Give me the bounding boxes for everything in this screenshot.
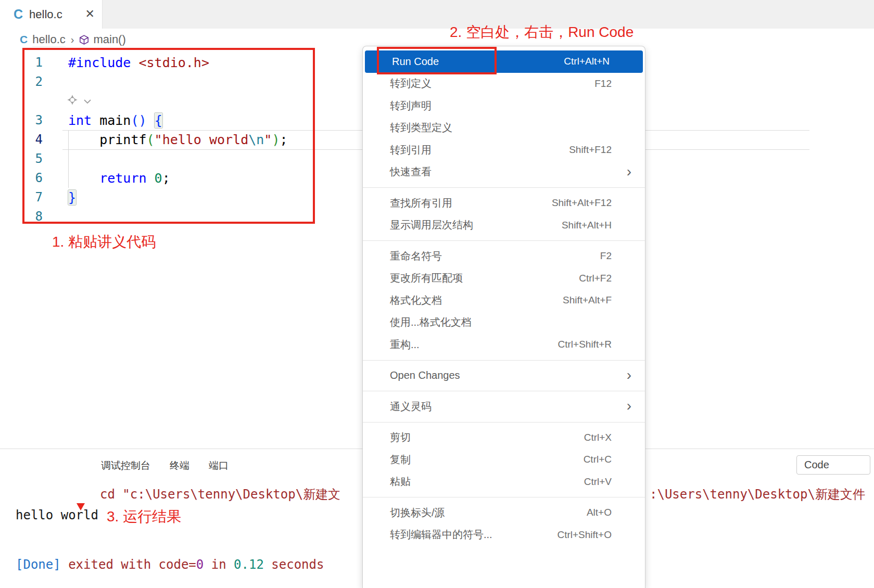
menu-item-shortcut: Ctrl+V — [584, 476, 632, 488]
output-channel-label: Code — [804, 459, 829, 471]
chevron-right-icon: › — [627, 163, 631, 180]
menu-item-label: 显示调用层次结构 — [390, 218, 473, 232]
menu-item[interactable]: 复制Ctrl+C — [363, 449, 645, 471]
line-number: 4 — [0, 130, 43, 149]
menu-item-shortcut: Shift+Alt+H — [562, 220, 632, 231]
menu-item-label: 切换标头/源 — [390, 506, 445, 520]
breadcrumb-file[interactable]: hello.c — [32, 33, 66, 47]
menu-item[interactable]: 显示调用层次结构Shift+Alt+H — [363, 214, 645, 237]
menu-item-shortcut: Ctrl+Shift+R — [558, 339, 632, 350]
line-number: 3 — [0, 111, 43, 130]
menu-item-label: 更改所有匹配项 — [390, 271, 463, 285]
line-number: 5 — [0, 149, 43, 169]
menu-item-label: 快速查看 — [390, 165, 432, 179]
panel-tab[interactable]: 调试控制台 — [101, 459, 150, 472]
editor-context-menu: Run CodeCtrl+Alt+N转到定义F12转到声明转到类型定义转到引用S… — [362, 46, 645, 588]
breadcrumb: C hello.c › main() — [20, 31, 126, 48]
c-file-icon: C — [14, 7, 23, 22]
menu-item-label: Open Changes — [390, 369, 460, 381]
menu-item[interactable]: 快速查看› — [363, 161, 645, 184]
chevron-right-icon: › — [627, 366, 631, 383]
menu-item-shortcut: Ctrl+X — [584, 432, 632, 443]
menu-item[interactable]: 转到类型定义 — [363, 117, 645, 139]
output-channel-selector[interactable]: Code — [796, 455, 870, 475]
menu-item-shortcut: F2 — [600, 250, 632, 262]
menu-item-shortcut: Shift+F12 — [569, 144, 632, 156]
menu-item-shortcut: Shift+Alt+F12 — [552, 197, 632, 209]
breadcrumb-symbol[interactable]: main() — [93, 33, 125, 46]
line-number: 7 — [0, 188, 43, 207]
menu-item[interactable]: 剪切Ctrl+X — [363, 427, 645, 449]
menu-item[interactable]: 查找所有引用Shift+Alt+F12 — [363, 192, 645, 214]
menu-item[interactable]: 切换标头/源Alt+O — [363, 502, 645, 524]
tab-bar: C hello.c ✕ — [0, 0, 874, 29]
menu-item-shortcut: Ctrl+F2 — [579, 273, 632, 284]
menu-item-label: 格式化文档 — [390, 293, 442, 308]
menu-item-label: Run Code — [392, 56, 439, 68]
menu-item-label: 转到编辑器中的符号... — [390, 528, 492, 542]
close-icon[interactable]: ✕ — [85, 7, 95, 21]
menu-item[interactable]: 更改所有匹配项Ctrl+F2 — [363, 267, 645, 290]
menu-item-shortcut: Ctrl+Alt+N — [564, 56, 630, 67]
menu-item-label: 转到引用 — [390, 143, 432, 157]
menu-item-label: 剪切 — [390, 430, 411, 444]
menu-item[interactable]: 重构...Ctrl+Shift+R — [363, 334, 645, 356]
menu-item-shortcut: Ctrl+Shift+O — [557, 529, 632, 541]
menu-item-shortcut: Alt+O — [587, 507, 632, 518]
menu-item[interactable]: 通义灵码› — [363, 395, 645, 418]
panel-tab[interactable]: 端口 — [209, 459, 229, 472]
terminal-command-right: :\Users\tenny\Desktop\新建文件 — [650, 486, 865, 503]
terminal-stdout: hello world — [16, 508, 98, 522]
menu-item[interactable]: 粘贴Ctrl+V — [363, 471, 645, 493]
terminal-command-left: cd "c:\Users\tenny\Desktop\新建文 — [100, 486, 340, 503]
line-number: 1 — [0, 53, 43, 72]
menu-item[interactable]: 转到编辑器中的符号...Ctrl+Shift+O — [363, 524, 645, 546]
menu-item-label: 转到声明 — [390, 99, 432, 113]
sparkle-icon[interactable] — [67, 94, 78, 109]
triangle-down-icon — [77, 503, 85, 510]
menu-item-shortcut: Ctrl+C — [584, 454, 632, 465]
menu-item-label: 使用...格式化文档 — [390, 315, 472, 329]
menu-item[interactable]: 转到声明 — [363, 95, 645, 117]
tab-title: hello.c — [29, 8, 62, 21]
symbol-method-cube-icon — [79, 35, 89, 45]
c-file-icon: C — [20, 33, 28, 46]
breadcrumb-separator-icon: › — [71, 34, 74, 46]
chevron-right-icon: › — [627, 398, 631, 414]
menu-item-label: 重构... — [390, 338, 420, 352]
menu-item[interactable]: Run CodeCtrl+Alt+N — [365, 50, 643, 73]
menu-item-label: 转到定义 — [390, 76, 432, 91]
annotation-step2: 2. 空白处，右击，Run Code — [450, 22, 634, 42]
annotation-step1: 1. 粘贴讲义代码 — [52, 232, 156, 252]
annotation-step3: 3. 运行结果 — [107, 507, 181, 527]
line-number: 6 — [0, 169, 43, 188]
menu-item[interactable]: 转到定义F12 — [363, 73, 645, 95]
line-number — [0, 92, 43, 111]
menu-item-label: 复制 — [390, 453, 411, 467]
panel-tabs: 调试控制台终端端口 — [101, 459, 229, 472]
menu-item[interactable]: 转到引用Shift+F12 — [363, 139, 645, 161]
menu-item[interactable]: Open Changes› — [363, 365, 645, 387]
menu-item[interactable]: 重命名符号F2 — [363, 245, 645, 267]
menu-item-label: 通义灵码 — [390, 400, 432, 414]
menu-item-shortcut: Shift+Alt+F — [563, 295, 632, 306]
line-number: 2 — [0, 72, 43, 92]
tab-hello-c[interactable]: C hello.c ✕ — [0, 0, 103, 29]
menu-item-label: 重命名符号 — [390, 249, 442, 263]
line-number: 8 — [0, 207, 43, 226]
chevron-down-icon[interactable] — [83, 94, 92, 109]
menu-item-shortcut: F12 — [594, 78, 632, 90]
panel-tab[interactable]: 终端 — [170, 459, 189, 472]
menu-item-label: 转到类型定义 — [390, 121, 452, 135]
menu-item-label: 查找所有引用 — [390, 196, 452, 210]
terminal-done-line: [Done] exited with code=0 in 0.12 second… — [16, 557, 324, 572]
menu-item[interactable]: 使用...格式化文档 — [363, 312, 645, 334]
menu-item-label: 粘贴 — [390, 475, 411, 489]
menu-item[interactable]: 格式化文档Shift+Alt+F — [363, 289, 645, 312]
